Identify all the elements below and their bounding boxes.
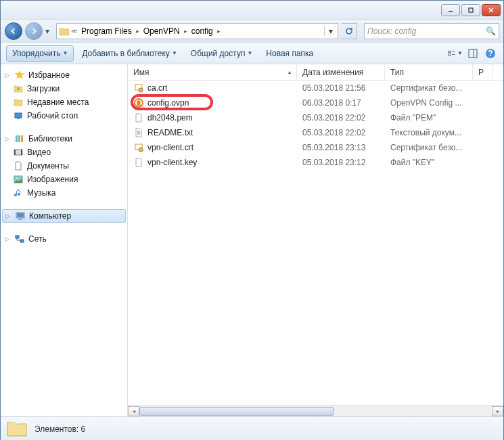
add-to-library-button[interactable]: Добавить в библиотеку▼ — [76, 46, 182, 61]
sidebar-item-video[interactable]: Видео — [1, 146, 127, 159]
downloads-icon — [13, 83, 24, 94]
svg-rect-4 — [449, 51, 451, 52]
addlib-label: Добавить в библиотеку — [82, 49, 170, 58]
address-dropdown[interactable]: ▾ — [324, 26, 336, 36]
preview-pane-button[interactable] — [465, 46, 480, 61]
back-button[interactable] — [5, 22, 22, 40]
sidebar-computer[interactable]: ▷Компьютер — [2, 209, 126, 223]
file-row[interactable]: vpn-client.crt05.03.2018 23:13Сертификат… — [128, 140, 503, 155]
sidebar-item-label: Избранное — [28, 70, 70, 80]
titlebar — [1, 1, 503, 20]
column-label: Тип — [390, 68, 404, 77]
scroll-track[interactable] — [139, 406, 492, 416]
body: ▷Избранное Загрузки Недавние места Рабоч… — [1, 64, 503, 416]
new-folder-button[interactable]: Новая папка — [260, 46, 319, 61]
scroll-thumb[interactable] — [139, 407, 334, 416]
share-button[interactable]: Общий доступ▼ — [185, 46, 258, 61]
forward-button[interactable] — [25, 22, 43, 40]
file-name: README.txt — [147, 128, 193, 137]
minimize-button[interactable] — [441, 4, 460, 16]
address-bar[interactable]: ≪ Program Files ▸ OpenVPN ▸ config ▸ ▾ — [56, 23, 338, 39]
column-headers: Имя▴ Дата изменения Тип Р — [128, 64, 503, 81]
sidebar-item-documents[interactable]: Документы — [1, 159, 127, 173]
scroll-right-button[interactable]: ▸ — [492, 406, 503, 416]
sidebar-favorites[interactable]: ▷Избранное — [1, 68, 127, 82]
chevron-right-icon: ≪ — [70, 28, 78, 35]
svg-rect-8 — [469, 49, 477, 58]
sidebar-item-downloads[interactable]: Загрузки — [1, 82, 127, 95]
navbar: ▾ ≪ Program Files ▸ OpenVPN ▸ config ▸ ▾… — [1, 20, 503, 43]
column-name[interactable]: Имя▴ — [128, 64, 297, 80]
sidebar-item-desktop[interactable]: Рабочий стол — [1, 109, 127, 123]
status-bar: Элементов: 6 — [1, 416, 503, 440]
close-button[interactable] — [482, 4, 501, 16]
sidebar-item-pictures[interactable]: Изображения — [1, 173, 127, 186]
file-date: 06.03.2018 0:17 — [297, 98, 385, 108]
breadcrumb[interactable]: Program Files — [78, 24, 135, 39]
music-icon — [13, 188, 24, 198]
column-label: Имя — [133, 68, 149, 77]
file-name: ca.crt — [147, 83, 167, 93]
sort-asc-icon: ▴ — [288, 69, 291, 75]
svg-rect-18 — [14, 150, 16, 155]
file-row[interactable]: ca.crt05.03.2018 21:56Сертификат безо... — [128, 81, 503, 95]
pictures-icon — [13, 174, 24, 185]
documents-icon — [13, 160, 24, 171]
explorer-window: ▾ ≪ Program Files ▸ OpenVPN ▸ config ▸ ▾… — [0, 0, 504, 440]
file-type: Сертификат безо... — [385, 143, 473, 152]
file-row[interactable]: vpn-client.key05.03.2018 23:12Файл "KEY" — [128, 155, 503, 170]
sidebar-item-label: Недавние места — [27, 97, 89, 107]
search-input[interactable]: Поиск: config 🔍 — [364, 23, 499, 39]
file-row[interactable]: config.ovpn06.03.2018 0:17OpenVPN Config… — [128, 95, 503, 110]
chevron-right-icon: ▸ — [183, 28, 188, 35]
file-row[interactable]: dh2048.pem05.03.2018 22:02Файл "PEM" — [128, 110, 503, 125]
sidebar-item-label: Видео — [27, 148, 51, 157]
breadcrumb[interactable]: OpenVPN — [140, 24, 183, 39]
breadcrumb[interactable]: config — [188, 24, 216, 39]
svg-point-34 — [139, 148, 143, 152]
svg-rect-19 — [21, 150, 22, 155]
file-icon — [133, 112, 144, 123]
status-count: Элементов: 6 — [35, 424, 85, 434]
file-name: config.ovpn — [147, 98, 189, 108]
column-type[interactable]: Тип — [385, 64, 473, 80]
refresh-button[interactable] — [341, 23, 357, 39]
svg-rect-14 — [16, 135, 18, 142]
column-date[interactable]: Дата изменения — [297, 64, 385, 80]
column-label: Р — [478, 68, 484, 77]
column-size[interactable]: Р — [473, 64, 493, 80]
sidebar-item-recent[interactable]: Недавние места — [1, 95, 127, 109]
file-name: vpn-client.key — [147, 158, 197, 167]
chevron-right-icon: ▸ — [135, 28, 140, 35]
maximize-button[interactable] — [461, 4, 480, 16]
organize-button[interactable]: Упорядочить▼ — [6, 45, 74, 62]
file-pane: Имя▴ Дата изменения Тип Р ca.crt05.03.20… — [128, 64, 503, 416]
file-type: Сертификат безо... — [385, 83, 473, 93]
star-icon — [14, 70, 25, 81]
video-icon — [13, 147, 24, 158]
newfolder-label: Новая папка — [266, 49, 313, 58]
search-icon: 🔍 — [486, 26, 496, 36]
file-row[interactable]: README.txt05.03.2018 22:02Текстовый доку… — [128, 125, 503, 140]
network-icon — [14, 234, 25, 244]
svg-rect-5 — [449, 53, 451, 55]
file-list[interactable]: ca.crt05.03.2018 21:56Сертификат безо...… — [128, 81, 503, 405]
sidebar-item-music[interactable]: Музыка — [1, 186, 127, 200]
history-dropdown[interactable]: ▾ — [45, 26, 53, 36]
scroll-left-button[interactable]: ◂ — [128, 406, 139, 416]
file-icon — [133, 157, 144, 168]
sidebar-item-label: Загрузки — [27, 84, 60, 93]
folder-icon — [58, 25, 70, 37]
horizontal-scrollbar[interactable]: ◂ ▸ — [128, 405, 503, 416]
view-mode-button[interactable]: ▼ — [448, 46, 463, 61]
sidebar-network[interactable]: ▷Сеть — [1, 232, 127, 246]
recent-icon — [13, 97, 24, 108]
help-button[interactable]: ? — [483, 46, 498, 61]
file-type: Текстовый докум... — [385, 128, 473, 137]
svg-rect-15 — [18, 135, 20, 142]
svg-rect-12 — [15, 113, 22, 118]
svg-point-21 — [16, 177, 18, 179]
sidebar-libraries[interactable]: ▷Библиотеки — [1, 132, 127, 146]
file-icon — [133, 97, 144, 108]
sidebar-item-label: Рабочий стол — [27, 111, 78, 120]
